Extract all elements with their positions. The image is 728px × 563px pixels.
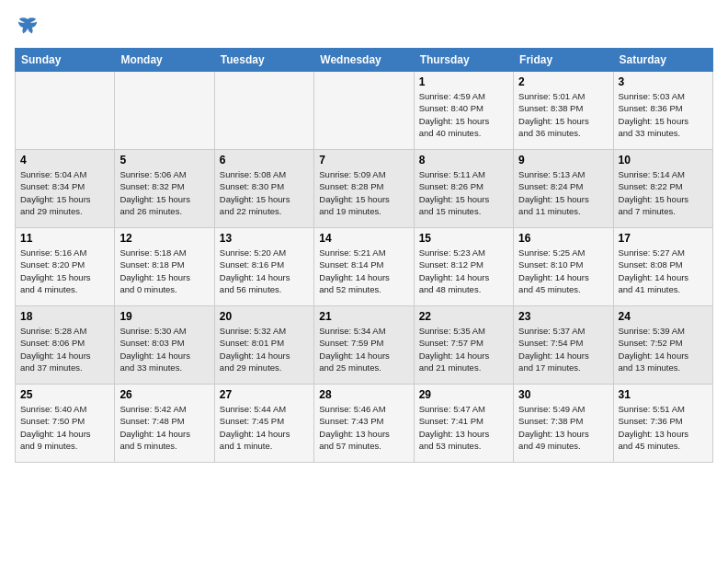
day-number: 24 <box>619 310 708 323</box>
week-row-5: 25Sunrise: 5:40 AM Sunset: 7:50 PM Dayli… <box>16 385 713 463</box>
day-info: Sunrise: 5:34 AM Sunset: 7:59 PM Dayligh… <box>319 325 408 373</box>
day-info: Sunrise: 5:13 AM Sunset: 8:24 PM Dayligh… <box>518 168 608 217</box>
day-number: 10 <box>619 154 708 167</box>
day-info: Sunrise: 5:16 AM Sunset: 8:20 PM Dayligh… <box>20 247 109 295</box>
header-tuesday: Tuesday <box>214 49 313 72</box>
day-number: 28 <box>319 388 408 401</box>
day-number: 4 <box>20 154 109 167</box>
calendar-cell: 21Sunrise: 5:34 AM Sunset: 7:59 PM Dayli… <box>314 306 414 385</box>
calendar-cell: 31Sunrise: 5:51 AM Sunset: 7:36 PM Dayli… <box>613 385 712 463</box>
calendar-cell: 3Sunrise: 5:03 AM Sunset: 8:36 PM Daylig… <box>613 72 712 150</box>
calendar-cell: 20Sunrise: 5:32 AM Sunset: 8:01 PM Dayli… <box>214 306 313 385</box>
day-number: 5 <box>119 154 209 167</box>
header-saturday: Saturday <box>613 49 712 72</box>
day-info: Sunrise: 5:23 AM Sunset: 8:12 PM Dayligh… <box>419 247 508 295</box>
day-info: Sunrise: 5:37 AM Sunset: 7:54 PM Dayligh… <box>518 325 608 373</box>
page-header <box>15 15 713 40</box>
calendar-body: 1Sunrise: 4:59 AM Sunset: 8:40 PM Daylig… <box>16 72 713 463</box>
day-number: 18 <box>20 310 109 323</box>
calendar-cell: 16Sunrise: 5:25 AM Sunset: 8:10 PM Dayli… <box>514 228 613 306</box>
week-row-4: 18Sunrise: 5:28 AM Sunset: 8:06 PM Dayli… <box>16 306 713 385</box>
day-info: Sunrise: 5:46 AM Sunset: 7:43 PM Dayligh… <box>319 403 408 452</box>
day-info: Sunrise: 5:47 AM Sunset: 7:41 PM Dayligh… <box>419 403 508 452</box>
calendar-cell: 9Sunrise: 5:13 AM Sunset: 8:24 PM Daylig… <box>514 150 613 228</box>
calendar-cell: 24Sunrise: 5:39 AM Sunset: 7:52 PM Dayli… <box>613 306 712 385</box>
day-number: 25 <box>20 388 109 401</box>
calendar-cell <box>16 72 115 150</box>
day-info: Sunrise: 5:39 AM Sunset: 7:52 PM Dayligh… <box>619 325 708 373</box>
calendar-cell: 13Sunrise: 5:20 AM Sunset: 8:16 PM Dayli… <box>214 228 313 306</box>
day-number: 22 <box>419 310 508 323</box>
week-row-1: 1Sunrise: 4:59 AM Sunset: 8:40 PM Daylig… <box>16 72 713 150</box>
calendar-cell: 17Sunrise: 5:27 AM Sunset: 8:08 PM Dayli… <box>613 228 712 306</box>
day-number: 14 <box>319 232 408 245</box>
calendar-cell: 28Sunrise: 5:46 AM Sunset: 7:43 PM Dayli… <box>314 385 414 463</box>
week-row-3: 11Sunrise: 5:16 AM Sunset: 8:20 PM Dayli… <box>16 228 713 306</box>
day-info: Sunrise: 5:18 AM Sunset: 8:18 PM Dayligh… <box>119 247 209 295</box>
week-row-2: 4Sunrise: 5:04 AM Sunset: 8:34 PM Daylig… <box>16 150 713 228</box>
day-number: 2 <box>518 75 608 88</box>
day-number: 11 <box>20 232 109 245</box>
day-info: Sunrise: 5:14 AM Sunset: 8:22 PM Dayligh… <box>619 168 708 217</box>
calendar-cell: 15Sunrise: 5:23 AM Sunset: 8:12 PM Dayli… <box>414 228 513 306</box>
calendar-cell: 22Sunrise: 5:35 AM Sunset: 7:57 PM Dayli… <box>414 306 513 385</box>
day-info: Sunrise: 5:51 AM Sunset: 7:36 PM Dayligh… <box>619 403 708 452</box>
day-number: 29 <box>419 388 508 401</box>
day-info: Sunrise: 5:09 AM Sunset: 8:28 PM Dayligh… <box>319 168 408 217</box>
header-thursday: Thursday <box>414 49 513 72</box>
day-info: Sunrise: 5:40 AM Sunset: 7:50 PM Dayligh… <box>20 403 109 452</box>
calendar-cell: 5Sunrise: 5:06 AM Sunset: 8:32 PM Daylig… <box>115 150 214 228</box>
header-wednesday: Wednesday <box>314 49 414 72</box>
calendar-cell <box>115 72 214 150</box>
calendar-cell: 8Sunrise: 5:11 AM Sunset: 8:26 PM Daylig… <box>414 150 513 228</box>
calendar-cell: 2Sunrise: 5:01 AM Sunset: 8:38 PM Daylig… <box>514 72 613 150</box>
calendar-cell: 18Sunrise: 5:28 AM Sunset: 8:06 PM Dayli… <box>16 306 115 385</box>
day-info: Sunrise: 5:44 AM Sunset: 7:45 PM Dayligh… <box>220 403 309 452</box>
logo <box>15 15 44 40</box>
day-number: 15 <box>419 232 508 245</box>
calendar-cell <box>214 72 313 150</box>
day-number: 26 <box>119 388 209 401</box>
day-number: 30 <box>518 388 608 401</box>
day-number: 9 <box>518 154 608 167</box>
day-number: 12 <box>119 232 209 245</box>
day-number: 13 <box>220 232 309 245</box>
calendar-cell: 4Sunrise: 5:04 AM Sunset: 8:34 PM Daylig… <box>16 150 115 228</box>
day-info: Sunrise: 5:01 AM Sunset: 8:38 PM Dayligh… <box>518 90 608 139</box>
day-number: 27 <box>220 388 309 401</box>
header-monday: Monday <box>115 49 214 72</box>
calendar-cell: 7Sunrise: 5:09 AM Sunset: 8:28 PM Daylig… <box>314 150 414 228</box>
day-number: 1 <box>419 75 508 88</box>
day-info: Sunrise: 5:11 AM Sunset: 8:26 PM Dayligh… <box>419 168 508 217</box>
calendar-cell <box>314 72 414 150</box>
day-number: 3 <box>619 75 708 88</box>
day-number: 31 <box>619 388 708 401</box>
day-info: Sunrise: 5:35 AM Sunset: 7:57 PM Dayligh… <box>419 325 508 373</box>
day-info: Sunrise: 5:32 AM Sunset: 8:01 PM Dayligh… <box>220 325 309 373</box>
calendar-cell: 23Sunrise: 5:37 AM Sunset: 7:54 PM Dayli… <box>514 306 613 385</box>
day-info: Sunrise: 5:06 AM Sunset: 8:32 PM Dayligh… <box>119 168 209 217</box>
day-number: 19 <box>119 310 209 323</box>
header-friday: Friday <box>514 49 613 72</box>
calendar-cell: 1Sunrise: 4:59 AM Sunset: 8:40 PM Daylig… <box>414 72 513 150</box>
day-info: Sunrise: 5:08 AM Sunset: 8:30 PM Dayligh… <box>220 168 309 217</box>
day-info: Sunrise: 5:49 AM Sunset: 7:38 PM Dayligh… <box>518 403 608 452</box>
day-info: Sunrise: 5:21 AM Sunset: 8:14 PM Dayligh… <box>319 247 408 295</box>
day-info: Sunrise: 5:04 AM Sunset: 8:34 PM Dayligh… <box>20 168 109 217</box>
day-number: 20 <box>220 310 309 323</box>
day-info: Sunrise: 5:03 AM Sunset: 8:36 PM Dayligh… <box>619 90 708 139</box>
day-info: Sunrise: 5:42 AM Sunset: 7:48 PM Dayligh… <box>119 403 209 452</box>
day-info: Sunrise: 5:28 AM Sunset: 8:06 PM Dayligh… <box>20 325 109 373</box>
day-number: 7 <box>319 154 408 167</box>
logo-bird-icon <box>15 15 40 40</box>
header-sunday: Sunday <box>16 49 115 72</box>
day-number: 8 <box>419 154 508 167</box>
day-info: Sunrise: 5:20 AM Sunset: 8:16 PM Dayligh… <box>220 247 309 295</box>
calendar-cell: 11Sunrise: 5:16 AM Sunset: 8:20 PM Dayli… <box>16 228 115 306</box>
calendar-cell: 30Sunrise: 5:49 AM Sunset: 7:38 PM Dayli… <box>514 385 613 463</box>
calendar-cell: 25Sunrise: 5:40 AM Sunset: 7:50 PM Dayli… <box>16 385 115 463</box>
day-info: Sunrise: 5:25 AM Sunset: 8:10 PM Dayligh… <box>518 247 608 295</box>
calendar-cell: 6Sunrise: 5:08 AM Sunset: 8:30 PM Daylig… <box>214 150 313 228</box>
calendar-cell: 14Sunrise: 5:21 AM Sunset: 8:14 PM Dayli… <box>314 228 414 306</box>
calendar-cell: 12Sunrise: 5:18 AM Sunset: 8:18 PM Dayli… <box>115 228 214 306</box>
